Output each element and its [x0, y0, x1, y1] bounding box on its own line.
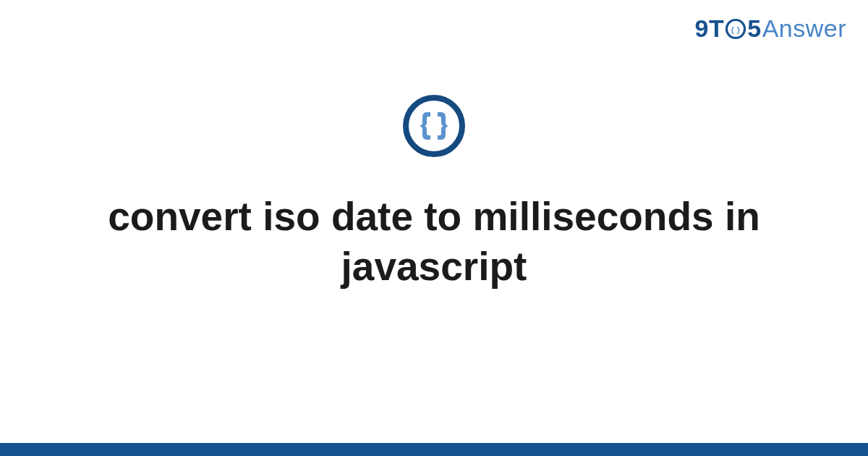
logo-answer: Answer [762, 14, 846, 43]
svg-point-2 [406, 98, 462, 154]
logo-o-ring-icon: { } [725, 18, 746, 40]
svg-text:{ }: { } [731, 25, 741, 33]
logo-five: 5 [747, 14, 761, 43]
page-card: 9 T { } 5 Answer convert iso date to mil… [0, 0, 868, 456]
logo-nine: 9 [695, 14, 709, 43]
code-braces-icon [401, 93, 467, 161]
logo-t: T [709, 14, 724, 43]
footer-bar [0, 443, 868, 456]
page-title: convert iso date to milliseconds in java… [51, 192, 817, 292]
main-content: convert iso date to milliseconds in java… [0, 0, 868, 456]
site-logo: 9 T { } 5 Answer [695, 14, 847, 43]
